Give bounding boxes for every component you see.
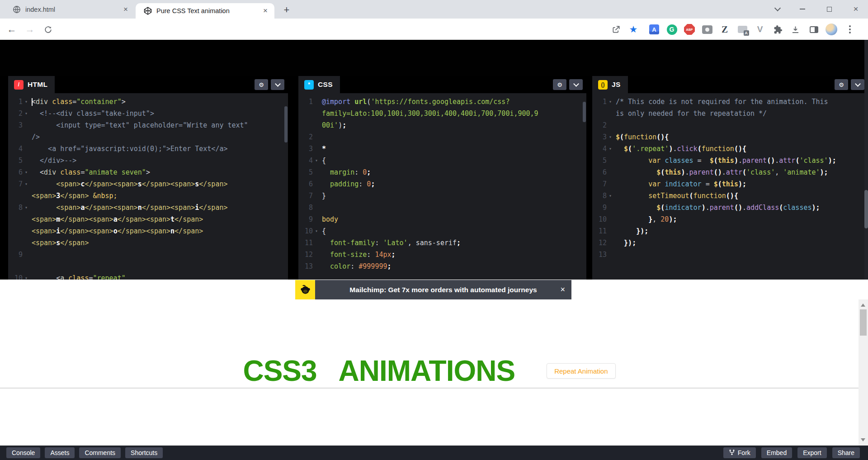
share-button[interactable]: Share xyxy=(832,447,860,458)
code-line: 6▾ <div class="animate seven"> xyxy=(8,166,288,178)
back-icon[interactable]: ← xyxy=(5,22,19,37)
code-line: 3* xyxy=(298,143,586,155)
html-editor-scrollbar[interactable] xyxy=(284,106,288,142)
js-settings-gear-button[interactable]: ⚙ xyxy=(835,79,848,90)
code-line: 1@import url('https://fonts.googleapis.c… xyxy=(298,96,586,108)
scroll-up-icon[interactable] xyxy=(861,304,865,307)
console-button[interactable]: Console xyxy=(6,447,40,458)
code-line: 7▾ <span>c</span><span>s</span><span>s</… xyxy=(8,178,288,190)
editor-panels: /HTML⚙1▾<div class="container">2▾ <!--<d… xyxy=(0,76,868,280)
assets-button[interactable]: Assets xyxy=(45,447,75,458)
code-line: 5 var classes = $(this).parent().attr('c… xyxy=(592,155,868,166)
css-icon: * xyxy=(304,80,314,90)
tab-close-icon[interactable]: × xyxy=(261,6,270,15)
tab-title: index.html xyxy=(25,6,118,13)
translate-icon[interactable] xyxy=(736,23,749,36)
globe-icon xyxy=(13,5,21,14)
input-tools-icon[interactable]: A xyxy=(647,23,661,36)
zotero-icon[interactable]: Z xyxy=(718,23,731,36)
vue-icon[interactable]: V xyxy=(753,23,767,36)
code-line: <span>m</span><span>a</span><span>t</spa… xyxy=(8,213,288,225)
maximize-icon[interactable] xyxy=(821,3,837,15)
profile-avatar-icon[interactable] xyxy=(825,23,838,36)
page-scrollbar-thumb[interactable] xyxy=(864,190,868,228)
code-line: 8 xyxy=(298,202,586,213)
tab-close-icon[interactable]: × xyxy=(121,5,130,14)
editor-tab-css[interactable]: *CSS xyxy=(298,76,340,93)
browser-toolbar: ← → codepen.io/kh-mamun/pen/NdwZdW ★ AGA… xyxy=(0,19,868,40)
code-line: 3▾$(function(){ xyxy=(592,131,868,143)
tab-search-icon[interactable] xyxy=(770,3,785,15)
code-line: 11 }); xyxy=(592,225,868,237)
browser-tab-1[interactable]: index.html× xyxy=(5,0,135,19)
share-icon[interactable] xyxy=(609,23,623,36)
new-tab-button[interactable]: + xyxy=(280,4,293,16)
footer-button-label: Assets xyxy=(50,449,69,456)
footer-button-label: Fork xyxy=(738,449,750,456)
ad-close-icon[interactable]: × xyxy=(560,280,565,299)
divider xyxy=(0,388,859,389)
extensions-puzzle-icon[interactable] xyxy=(771,23,784,36)
side-panel-icon[interactable] xyxy=(807,23,821,36)
reload-icon[interactable] xyxy=(41,22,55,37)
code-line: <span>i</span><span>o</span><span>n</spa… xyxy=(8,225,288,237)
code-line: 4 <a href="javascript:void(0);">Enter Te… xyxy=(8,143,288,155)
fork-button[interactable]: Fork xyxy=(723,447,756,458)
page-scrollbar[interactable] xyxy=(864,40,868,280)
footer-left-group: ConsoleAssetsCommentsShortcuts xyxy=(6,447,163,458)
mailchimp-icon xyxy=(295,280,315,299)
minimize-icon[interactable] xyxy=(795,3,810,15)
code-line: 5 </div>--> xyxy=(8,155,288,166)
footer-button-label: Shortcuts xyxy=(131,449,157,456)
editor-panel-html: /HTML⚙1▾<div class="container">2▾ <!--<d… xyxy=(8,76,288,280)
code-line: 10 }, 20); xyxy=(592,213,868,225)
code-line: 1▾/* This code is not required for the a… xyxy=(592,96,868,108)
html-settings-gear-button[interactable]: ⚙ xyxy=(255,79,268,90)
grammarly-icon[interactable]: G xyxy=(665,23,679,36)
editor-tab-html[interactable]: /HTML xyxy=(8,76,55,93)
code-line: 12 font-size: 14px; xyxy=(298,249,586,261)
ad-banner[interactable]: Mailchimp: Get 7x more orders with autom… xyxy=(295,280,571,299)
code-line: 8▾ setTimeout(function(){ xyxy=(592,190,868,202)
camera-icon[interactable] xyxy=(700,23,714,36)
codepen-header: Pure CSS Text animation Mamun Khandaker … xyxy=(0,40,868,76)
embed-button[interactable]: Embed xyxy=(761,447,792,458)
css-editor-scrollbar[interactable] xyxy=(583,102,586,122)
preview-scrollbar-thumb[interactable] xyxy=(860,309,867,336)
comments-button[interactable]: Comments xyxy=(79,447,121,458)
forward-icon[interactable]: → xyxy=(23,22,37,37)
editor-tab-js[interactable]: ()JS xyxy=(592,76,628,93)
html-code-area[interactable]: 1▾<div class="container">2▾ <!--<div cla… xyxy=(8,93,288,280)
download-icon[interactable] xyxy=(788,23,802,36)
code-line: 3 <input type="text" placeholder="Write … xyxy=(8,119,288,131)
code-line: 00i'); xyxy=(298,119,586,131)
codepen-icon xyxy=(144,7,152,15)
menu-dots-icon[interactable] xyxy=(843,23,857,36)
css-settings-gear-button[interactable]: ⚙ xyxy=(553,79,566,90)
js-code-area[interactable]: 1▾/* This code is not required for the a… xyxy=(592,93,868,280)
tab-title: Pure CSS Text animation xyxy=(156,7,258,14)
code-line: 2 xyxy=(592,119,868,131)
code-line: 9 xyxy=(8,249,288,261)
browser-tab-2[interactable]: Pure CSS Text animation× xyxy=(136,3,274,19)
window-close-icon[interactable]: × xyxy=(848,3,863,15)
browser-tab-strip: index.html×Pure CSS Text animation× + × xyxy=(0,0,868,19)
code-line xyxy=(8,261,288,272)
footer-right-group: ForkEmbedExportShare xyxy=(723,447,860,458)
shortcuts-button[interactable]: Shortcuts xyxy=(125,447,163,458)
preview-scrollbar[interactable] xyxy=(859,299,868,446)
export-button[interactable]: Export xyxy=(797,447,826,458)
code-line: 13 xyxy=(592,249,868,261)
html-collapse-button[interactable] xyxy=(271,79,284,90)
scroll-down-icon[interactable] xyxy=(861,438,865,441)
css-code-area[interactable]: 1@import url('https://fonts.googleapis.c… xyxy=(298,93,586,280)
js-collapse-button[interactable] xyxy=(851,79,864,90)
code-line: 9body xyxy=(298,213,586,225)
code-line: 11 font-family: 'Lato', sans-serif; xyxy=(298,237,586,249)
css-collapse-button[interactable] xyxy=(569,79,583,90)
repeat-animation-button[interactable]: Repeat Animation xyxy=(547,363,615,379)
adblock-plus-icon[interactable]: ABP xyxy=(683,23,696,36)
footer-button-label: Export xyxy=(803,449,821,456)
bookmark-star-icon[interactable]: ★ xyxy=(627,23,640,36)
ad-banner-text[interactable]: Mailchimp: Get 7x more orders with autom… xyxy=(349,286,537,294)
